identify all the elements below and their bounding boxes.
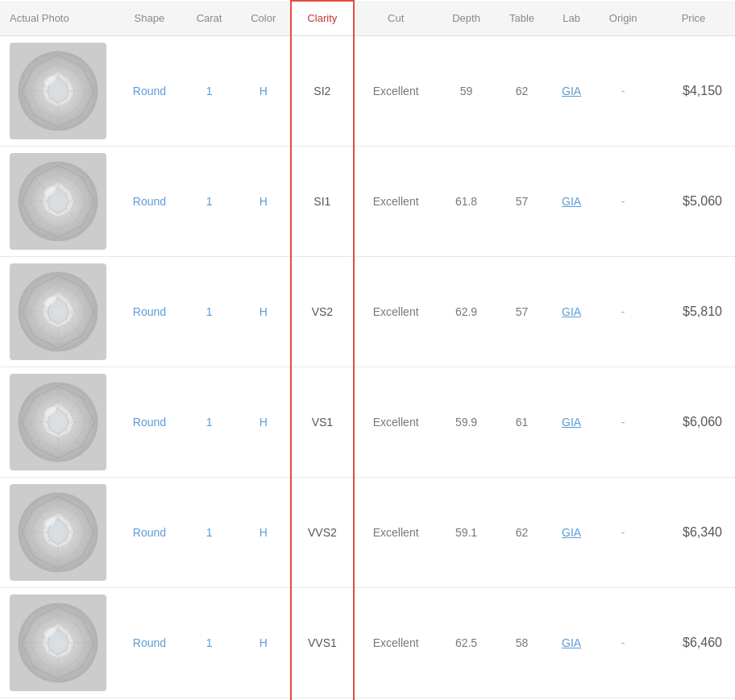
- cell-carat: 1: [182, 588, 236, 698]
- col-header-depth[interactable]: Depth: [438, 1, 496, 36]
- col-header-photo[interactable]: Actual Photo: [0, 1, 117, 36]
- cell-lab[interactable]: GIA: [549, 478, 595, 588]
- col-header-table[interactable]: Table: [495, 1, 548, 36]
- cell-price: $5,810: [652, 257, 735, 367]
- cell-carat: 1: [182, 367, 236, 478]
- cell-price: $4,150: [652, 36, 735, 147]
- col-header-shape[interactable]: Shape: [117, 1, 182, 36]
- cell-lab[interactable]: GIA: [549, 36, 595, 147]
- table-row: Round 1 H VS1 Excellent 59.9 61 GIA - $6…: [0, 367, 735, 478]
- cell-clarity: VS2: [291, 257, 353, 367]
- diamond-photo: [0, 147, 117, 257]
- cell-carat: 1: [182, 478, 236, 588]
- cell-price: $6,460: [652, 588, 735, 698]
- cell-carat: 1: [182, 257, 236, 367]
- cell-clarity: VS1: [291, 367, 353, 478]
- cell-origin: -: [594, 478, 652, 588]
- cell-price: $6,340: [652, 478, 735, 588]
- col-header-origin[interactable]: Origin: [594, 1, 652, 36]
- table-row: Round 1 H VVS2 Excellent 59.1 62 GIA - $…: [0, 478, 735, 588]
- cell-cut: Excellent: [354, 36, 438, 147]
- cell-table: 62: [495, 36, 548, 147]
- cell-cut: Excellent: [354, 367, 438, 478]
- col-header-carat[interactable]: Carat: [182, 1, 236, 36]
- cell-table: 58: [495, 588, 548, 698]
- diamond-table: Actual Photo Shape Carat Color Clarity C…: [0, 0, 735, 700]
- cell-carat: 1: [182, 147, 236, 257]
- diamond-photo: [0, 36, 117, 147]
- cell-shape: Round: [117, 478, 182, 588]
- col-header-color[interactable]: Color: [236, 1, 291, 36]
- cell-carat: 1: [182, 36, 236, 147]
- col-header-cut[interactable]: Cut: [354, 1, 438, 36]
- cell-shape: Round: [117, 147, 182, 257]
- col-header-price[interactable]: Price: [652, 1, 735, 36]
- cell-depth: 62.9: [438, 257, 496, 367]
- cell-color: H: [236, 478, 291, 588]
- table-row: Round 1 H SI2 Excellent 59 62 GIA - $4,1…: [0, 36, 735, 147]
- diamond-photo: [0, 588, 117, 698]
- cell-origin: -: [594, 367, 652, 478]
- cell-clarity: VVS2: [291, 478, 353, 588]
- cell-table: 62: [495, 478, 548, 588]
- cell-shape: Round: [117, 257, 182, 367]
- cell-depth: 59.1: [438, 478, 496, 588]
- table-row: Round 1 H VVS1 Excellent 62.5 58 GIA - $…: [0, 588, 735, 698]
- col-header-clarity[interactable]: Clarity: [291, 1, 353, 36]
- col-header-lab[interactable]: Lab: [549, 1, 595, 36]
- diamond-photo: [0, 478, 117, 588]
- cell-origin: -: [594, 36, 652, 147]
- cell-color: H: [236, 36, 291, 147]
- cell-lab[interactable]: GIA: [549, 147, 595, 257]
- cell-cut: Excellent: [354, 257, 438, 367]
- cell-clarity: VVS1: [291, 588, 353, 698]
- cell-color: H: [236, 147, 291, 257]
- cell-depth: 62.5: [438, 588, 496, 698]
- cell-depth: 59: [438, 36, 496, 147]
- cell-cut: Excellent: [354, 588, 438, 698]
- table-row: Round 1 H VS2 Excellent 62.9 57 GIA - $5…: [0, 257, 735, 367]
- diamond-photo: [0, 257, 117, 367]
- cell-cut: Excellent: [354, 147, 438, 257]
- cell-shape: Round: [117, 367, 182, 478]
- cell-clarity: SI1: [291, 147, 353, 257]
- cell-table: 57: [495, 257, 548, 367]
- cell-origin: -: [594, 588, 652, 698]
- cell-shape: Round: [117, 36, 182, 147]
- cell-shape: Round: [117, 588, 182, 698]
- cell-lab[interactable]: GIA: [549, 588, 595, 698]
- cell-color: H: [236, 588, 291, 698]
- cell-depth: 59.9: [438, 367, 496, 478]
- table-header-row: Actual Photo Shape Carat Color Clarity C…: [0, 1, 735, 36]
- cell-lab[interactable]: GIA: [549, 367, 595, 478]
- cell-price: $6,060: [652, 367, 735, 478]
- cell-clarity: SI2: [291, 36, 353, 147]
- cell-table: 57: [495, 147, 548, 257]
- cell-lab[interactable]: GIA: [549, 257, 595, 367]
- cell-color: H: [236, 257, 291, 367]
- cell-cut: Excellent: [354, 478, 438, 588]
- cell-origin: -: [594, 257, 652, 367]
- table-row: Round 1 H SI1 Excellent 61.8 57 GIA - $5…: [0, 147, 735, 257]
- cell-color: H: [236, 367, 291, 478]
- cell-table: 61: [495, 367, 548, 478]
- diamond-photo: [0, 367, 117, 478]
- cell-origin: -: [594, 147, 652, 257]
- cell-depth: 61.8: [438, 147, 496, 257]
- cell-price: $5,060: [652, 147, 735, 257]
